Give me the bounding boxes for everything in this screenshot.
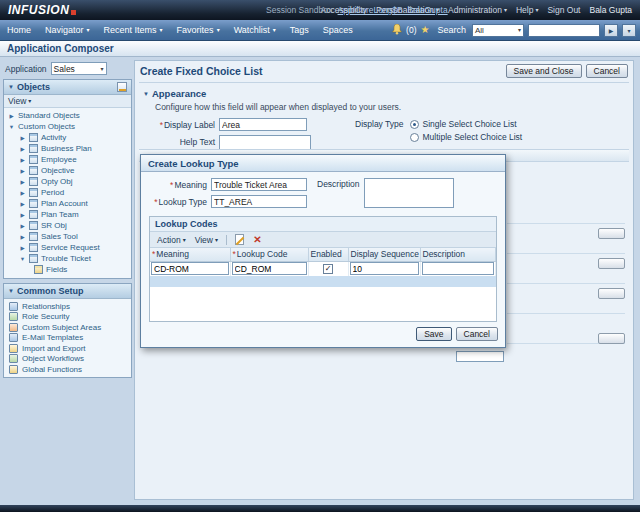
- menu-recent-items[interactable]: Recent Items▾: [97, 20, 170, 40]
- sidebar-item-global-functions[interactable]: Global Functions: [4, 364, 131, 375]
- action-menu[interactable]: Action▾: [154, 234, 189, 246]
- view-menu[interactable]: View▾: [192, 234, 221, 246]
- sidebar-item-relationships[interactable]: Relationships: [4, 301, 131, 312]
- dialog-save-button[interactable]: Save: [416, 327, 451, 341]
- expand-icon[interactable]: ▶: [19, 135, 26, 141]
- create-row-button[interactable]: [232, 233, 247, 246]
- tree-item-custom-objects[interactable]: ▼Custom Objects: [4, 121, 131, 132]
- dialog-cancel-button[interactable]: Cancel: [456, 327, 498, 341]
- notification-count[interactable]: (0): [406, 25, 416, 35]
- section-action-button[interactable]: [598, 228, 625, 239]
- sidebar-item-import-and-export[interactable]: Import and Export: [4, 343, 131, 354]
- expand-icon[interactable]: ▶: [19, 179, 26, 185]
- expand-icon[interactable]: ▶: [19, 201, 26, 207]
- tree-item-objective[interactable]: ▶Objective: [4, 165, 131, 176]
- help-menu[interactable]: Help▾: [516, 5, 539, 15]
- disclosure-icon[interactable]: ▼: [8, 288, 14, 294]
- row-lookup-code-input[interactable]: [232, 262, 307, 275]
- menubar-more-button[interactable]: ▾: [622, 24, 636, 37]
- administration-menu[interactable]: Administration▾: [448, 5, 507, 15]
- tree-item-activity[interactable]: ▶Activity: [4, 132, 131, 143]
- bell-icon[interactable]: [392, 24, 402, 37]
- save-and-close-button[interactable]: Save and Close: [506, 64, 582, 78]
- expand-icon[interactable]: ▶: [8, 113, 15, 119]
- sidebar-item-email-templates[interactable]: E-Mail Templates: [4, 333, 131, 344]
- expand-icon[interactable]: ▶: [19, 168, 26, 174]
- expand-icon[interactable]: ▶: [19, 234, 26, 240]
- dialog-title-bar[interactable]: Create Lookup Type: [141, 155, 505, 172]
- tree-item-plan-account[interactable]: ▶Plan Account: [4, 198, 131, 209]
- sidebar-item-custom-subject-areas[interactable]: Custom Subject Areas: [4, 322, 131, 333]
- selected-empty-row[interactable]: [150, 276, 496, 287]
- section-action-button[interactable]: [598, 333, 625, 344]
- search-scope-select[interactable]: All▾: [472, 24, 524, 37]
- section-action-button[interactable]: [598, 258, 625, 269]
- sign-out-link[interactable]: Sign Out: [547, 5, 580, 15]
- description-textarea[interactable]: [364, 178, 454, 208]
- sidebar-item-label: Object Workflows: [22, 354, 84, 363]
- sidebar-item-label: Import and Export: [22, 344, 86, 353]
- radio-selected-icon[interactable]: [410, 120, 419, 129]
- tree-item-fields[interactable]: Fields: [4, 264, 131, 275]
- search-go-button[interactable]: ▶: [604, 24, 618, 37]
- search-input[interactable]: [528, 24, 600, 37]
- menu-home[interactable]: Home: [0, 20, 38, 40]
- meaning-input[interactable]: [211, 178, 307, 191]
- radio-option-single-select[interactable]: Single Select Choice List: [410, 119, 523, 129]
- radio-unselected-icon[interactable]: [410, 133, 419, 142]
- menu-navigator[interactable]: Navigator▾: [38, 20, 97, 40]
- menu-favorites[interactable]: Favorites▾: [170, 20, 227, 40]
- tree-item-service-request[interactable]: ▶Service Request: [4, 242, 131, 253]
- caret-down-icon: ▾: [518, 27, 521, 33]
- tree-item-period[interactable]: ▶Period: [4, 187, 131, 198]
- tree-item-standard-objects[interactable]: ▶Standard Objects: [4, 110, 131, 121]
- expand-icon[interactable]: ▶: [19, 157, 26, 163]
- application-select[interactable]: Sales▾: [51, 62, 107, 75]
- email-templates-icon: [9, 333, 18, 342]
- expand-icon[interactable]: ▶: [19, 190, 26, 196]
- tree-item-opty-obj[interactable]: ▶Opty Obj: [4, 176, 131, 187]
- expand-icon[interactable]: ▶: [19, 146, 26, 152]
- tree-item-sr-obj[interactable]: ▶SR Obj: [4, 220, 131, 231]
- expand-icon[interactable]: ▶: [19, 212, 26, 218]
- collapse-icon[interactable]: ▼: [19, 256, 26, 262]
- radio-option-multiple-select[interactable]: Multiple Select Choice List: [410, 132, 523, 142]
- expand-icon[interactable]: ▶: [19, 245, 26, 251]
- enabled-checkbox[interactable]: ✓: [323, 264, 333, 274]
- menu-spaces[interactable]: Spaces: [316, 20, 360, 40]
- appearance-section-header[interactable]: ▼ Appearance: [135, 86, 633, 101]
- sidebar-item-object-workflows[interactable]: Object Workflows: [4, 354, 131, 365]
- tree-item-business-plan[interactable]: ▶Business Plan: [4, 143, 131, 154]
- menu-watchlist[interactable]: Watchlist▾: [227, 20, 283, 40]
- column-header-enabled: Enabled: [308, 248, 348, 261]
- common-setup-header[interactable]: ▼ Common Setup: [4, 284, 131, 299]
- row-meaning-input[interactable]: [151, 262, 229, 275]
- tree-item-trouble-ticket[interactable]: ▼Trouble Ticket: [4, 253, 131, 264]
- application-selector-row: Application Sales▾: [5, 62, 132, 75]
- row-display-sequence-input[interactable]: [350, 262, 419, 275]
- tree-item-label: Business Plan: [41, 144, 92, 153]
- collapse-icon[interactable]: ▼: [8, 124, 15, 130]
- menu-tags[interactable]: Tags: [283, 20, 316, 40]
- display-label-input[interactable]: [219, 118, 307, 131]
- row-description-input[interactable]: [422, 262, 495, 275]
- background-field[interactable]: [456, 351, 504, 362]
- delete-row-button[interactable]: ✕: [250, 233, 265, 246]
- expand-icon[interactable]: ▶: [19, 223, 26, 229]
- tree-item-plan-team[interactable]: ▶Plan Team: [4, 209, 131, 220]
- tree-item-employee[interactable]: ▶Employee: [4, 154, 131, 165]
- cancel-button[interactable]: Cancel: [586, 64, 628, 78]
- common-setup-header-label: Common Setup: [17, 286, 84, 296]
- sidebar-item-role-security[interactable]: Role Security: [4, 312, 131, 323]
- tree-item-sales-tool[interactable]: ▶Sales Tool: [4, 231, 131, 242]
- objects-panel-header[interactable]: ▼ Objects: [4, 80, 131, 95]
- disclosure-icon[interactable]: ▼: [143, 91, 149, 97]
- edit-page-icon[interactable]: [117, 82, 127, 92]
- required-indicator: *: [152, 249, 155, 259]
- star-icon[interactable]: ★: [421, 25, 430, 35]
- view-menu[interactable]: View: [8, 96, 26, 106]
- disclosure-icon[interactable]: ▼: [8, 84, 14, 90]
- lookup-type-input[interactable]: [211, 195, 307, 208]
- section-action-button[interactable]: [598, 288, 625, 299]
- session-sandbox-link[interactable]: AppICoreLong$B_BalaGupta: [338, 5, 448, 15]
